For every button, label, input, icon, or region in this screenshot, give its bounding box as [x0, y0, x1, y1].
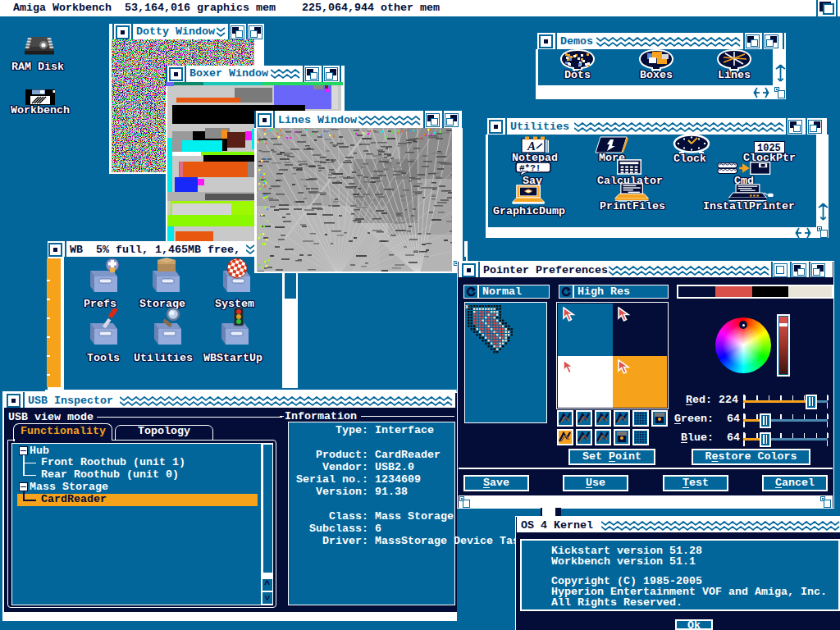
svg-text:A: A — [527, 139, 536, 153]
svg-text:#*?!: #*?! — [519, 163, 541, 173]
